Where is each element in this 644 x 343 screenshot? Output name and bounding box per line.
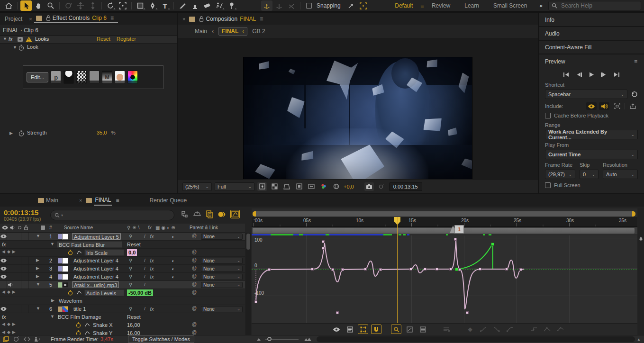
group-row-waveform[interactable]: ▶ Waveform <box>0 297 245 305</box>
fit-all-graphs-icon[interactable] <box>417 325 428 334</box>
play-button[interactable] <box>589 72 594 77</box>
magnification-dropdown[interactable]: (25%)⌄ <box>182 182 212 191</box>
pickwhip-icon[interactable]: @ <box>192 273 197 279</box>
playhead-line[interactable] <box>397 217 398 323</box>
stopwatch-icon[interactable] <box>68 250 73 255</box>
graph-toggle-icon[interactable] <box>76 290 82 295</box>
tab-final-comp[interactable]: FINAL <box>94 195 112 206</box>
type-tool[interactable]: T <box>159 0 171 11</box>
close-icon[interactable]: × <box>77 198 84 203</box>
tab-effect-controls[interactable]: Effect Controls Clip 6 ≡ <box>34 15 118 23</box>
panel-menu-icon[interactable]: ≡ <box>110 15 114 21</box>
puppet-pin-tool[interactable] <box>226 0 237 11</box>
timeline-search-box[interactable]: ▾ <box>50 210 174 220</box>
adjustment-switch[interactable]: ◐ <box>170 233 177 240</box>
timeline-zoom-slider[interactable] <box>265 337 299 342</box>
video-switch[interactable] <box>0 257 7 264</box>
in-out-icon[interactable] <box>24 336 30 342</box>
shy-switch[interactable]: ⚲ <box>127 265 134 272</box>
effect-reset-link[interactable]: Reset <box>127 241 141 248</box>
graph-toggle-icon[interactable] <box>76 250 82 254</box>
clone-stamp-tool[interactable] <box>189 0 200 11</box>
effect-reset-link[interactable]: Reset <box>97 36 110 42</box>
unlock-icon[interactable] <box>199 16 204 22</box>
search-help-box[interactable] <box>548 1 641 10</box>
layer-row-1[interactable]: ▼ 1 Adjustment Layer 5 ⚲ / fx ◐ @ None⌄ <box>0 233 245 241</box>
property-value[interactable]: 0,0 <box>127 249 137 256</box>
stopwatch-icon[interactable] <box>18 45 24 51</box>
resolution-dropdown[interactable]: Full⌄ <box>215 182 254 191</box>
stopwatch-icon[interactable] <box>76 330 81 335</box>
look-thumb-color-wheel[interactable] <box>127 71 138 84</box>
parent-link-column[interactable]: Parent & Link <box>190 225 218 230</box>
shy-switch[interactable]: ⚲ <box>127 233 134 240</box>
fast-previews-icon[interactable] <box>257 182 267 191</box>
timeline-horizontal-scrollbar[interactable] <box>317 336 635 342</box>
shy-switch[interactable]: ⚲ <box>127 273 134 280</box>
twirl-down-icon[interactable]: ▼ <box>50 242 54 246</box>
pickwhip-icon[interactable]: @ <box>192 249 197 254</box>
property-row-shake-y[interactable]: ◀◆▶ Shake Y 16,00 @ <box>0 329 245 335</box>
view-axis-mode-icon[interactable] <box>286 0 297 11</box>
breadcrumb-gb2[interactable]: GB 2 <box>252 28 265 35</box>
twirl-right-icon[interactable]: ▶ <box>36 258 39 262</box>
layer-list-scrollbar[interactable] <box>245 233 251 335</box>
zoom-in-icon[interactable] <box>304 337 311 342</box>
audio-keyframe[interactable] <box>491 243 494 246</box>
search-help-input[interactable] <box>560 2 631 9</box>
look-thumb-vignette[interactable] <box>63 71 74 84</box>
video-switch[interactable] <box>0 265 7 272</box>
audio-keyframe[interactable] <box>455 268 458 271</box>
video-switch[interactable] <box>0 233 7 240</box>
pickwhip-icon[interactable]: @ <box>192 322 197 327</box>
property-value[interactable]: 16,00 <box>127 322 140 328</box>
shy-switch[interactable]: ⚲ <box>127 306 134 312</box>
parent-dropdown[interactable]: None⌄ <box>201 234 243 240</box>
strength-property-row[interactable]: ▶ Strength 35,0 % <box>0 129 177 137</box>
time-ruler[interactable]: :00s 05s 10s 15s 20s 25s 30s 35s <box>252 217 637 227</box>
effect-register-link[interactable]: Register <box>117 36 136 42</box>
effect-row-film-damage[interactable]: fx ▼ BCC Film Damage Reset <box>0 313 245 321</box>
frame-rate-dropdown[interactable]: (29,97)⌄ <box>545 170 575 179</box>
keyframe-nav[interactable]: ◀◆▶ <box>2 322 18 326</box>
edit-look-button[interactable]: Edit... <box>27 72 48 82</box>
audio-switch[interactable] <box>7 281 14 289</box>
exposure-value[interactable]: +0,0 <box>344 184 354 190</box>
quality-switch[interactable]: / <box>141 281 148 288</box>
stopwatch-icon[interactable] <box>18 130 24 136</box>
comp-marker[interactable]: 1 <box>454 225 464 234</box>
look-thumb-logo[interactable]: p <box>51 71 61 84</box>
look-property-row[interactable]: ▼ Look <box>0 44 177 52</box>
panel-menu-icon[interactable]: ≡ <box>116 197 119 204</box>
share-preview-icon[interactable] <box>627 102 638 110</box>
close-icon[interactable]: × <box>27 16 34 22</box>
panel-menu-icon[interactable]: ≡ <box>260 16 263 22</box>
fx-switch[interactable]: fx <box>148 306 155 312</box>
graph-toggle-icon[interactable] <box>84 331 90 335</box>
play-from-dropdown[interactable]: Current Time⌄ <box>545 150 638 159</box>
unlock-icon[interactable] <box>46 15 51 21</box>
pickwhip-icon[interactable]: @ <box>192 289 197 295</box>
panel-menu-icon[interactable]: ≡ <box>634 58 638 65</box>
layer-row-6-title[interactable]: ▼ 6 title 1 ⚲ / fx @ None⌄ <box>0 305 245 313</box>
audio-mute-icon[interactable] <box>34 336 41 342</box>
preview-timecode[interactable]: 0:00:13:15 <box>389 182 422 191</box>
transparency-grid-icon[interactable] <box>270 182 279 191</box>
twirl-right-icon[interactable]: ▶ <box>51 298 54 303</box>
parent-dropdown[interactable]: None⌄ <box>201 258 243 264</box>
tab-project[interactable]: Project <box>0 16 27 22</box>
composition-mini-flowchart-icon[interactable] <box>181 210 189 218</box>
layer-name[interactable]: title 1 <box>73 306 86 312</box>
snap-options-arrow-icon[interactable] <box>345 0 357 11</box>
fx-switch[interactable]: fx <box>148 273 155 280</box>
current-time-display[interactable]: 0:00:13:15 00405 (29.97 fps) <box>4 208 41 222</box>
effect-name[interactable]: BCC Fast Lens Blur <box>57 241 122 248</box>
tab-main-comp[interactable]: Main <box>46 197 58 204</box>
property-name[interactable]: Audio Levels <box>84 289 124 296</box>
composition-viewport[interactable] <box>178 38 538 179</box>
property-row-shake-x[interactable]: ◀◆▶ Shake X 16,00 @ <box>0 321 245 329</box>
roto-brush-tool[interactable] <box>214 0 225 11</box>
motion-blur-icon[interactable] <box>218 211 226 218</box>
layer-row-3[interactable]: ▶ 3 Adjustment Layer 4 ⚲ / fx ◐ @ None⌄ <box>0 265 245 273</box>
property-value[interactable]: -50,00 dB <box>127 289 153 296</box>
